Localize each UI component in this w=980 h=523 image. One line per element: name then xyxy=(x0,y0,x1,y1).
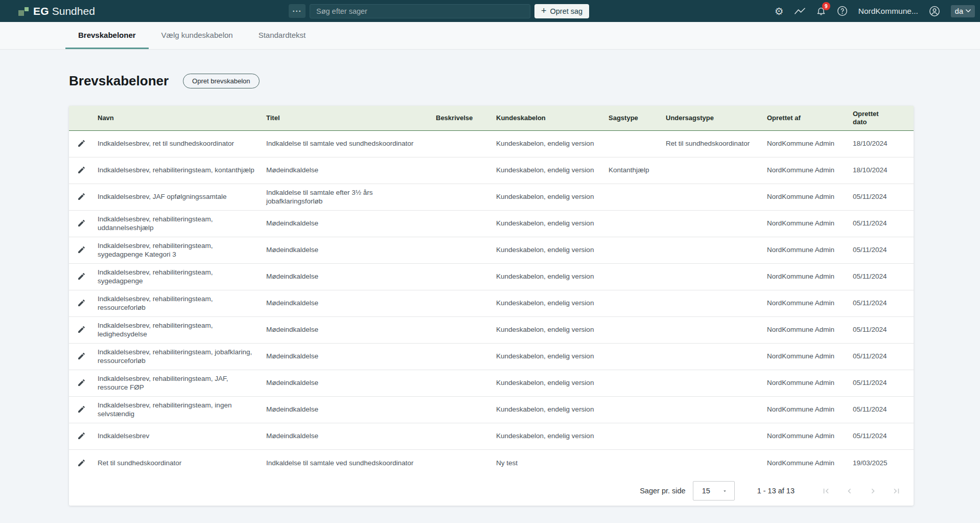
create-template-button[interactable]: Opret brevskabelon xyxy=(183,74,259,88)
pager-controls xyxy=(821,486,901,496)
pagination-first-button[interactable] xyxy=(821,486,831,496)
cell-oprettet-af: NordKommune Admin xyxy=(763,396,849,423)
column-oprettet-af: Oprettet af xyxy=(763,106,849,130)
cell-oprettet-dato: 18/10/2024 xyxy=(849,157,914,184)
edit-button[interactable] xyxy=(75,376,88,389)
activity-button[interactable] xyxy=(795,7,805,15)
edit-button[interactable] xyxy=(75,190,88,203)
organization-name[interactable]: NordKommune... xyxy=(858,7,918,16)
edit-button[interactable] xyxy=(75,217,88,230)
search-input[interactable] xyxy=(310,4,530,18)
cell-undersagstype xyxy=(662,343,763,370)
cell-oprettet-af: NordKommune Admin xyxy=(763,263,849,290)
cell-oprettet-af: NordKommune Admin xyxy=(763,237,849,263)
cell-oprettet-dato: 05/11/2024 xyxy=(849,396,914,423)
column-beskrivelse: Beskrivelse xyxy=(432,106,492,130)
table-row[interactable]: Ret til sundhedskoordinator Indkaldelse … xyxy=(69,449,914,476)
cell-beskrivelse xyxy=(432,316,492,343)
edit-button[interactable] xyxy=(75,270,88,283)
top-header: EG Sundhed ··· + Opret sag ⚙ 9 NordKommu… xyxy=(0,0,980,22)
pencil-icon xyxy=(77,139,86,148)
per-page-select[interactable]: 15 xyxy=(693,481,735,501)
cell-oprettet-af: NordKommune Admin xyxy=(763,423,849,449)
notifications-button[interactable]: 9 xyxy=(816,6,826,16)
cell-titel: Mødeindkaldelse xyxy=(262,316,432,343)
app-logo[interactable]: EG Sundhed xyxy=(18,0,95,22)
cell-titel: Mødeindkaldelse xyxy=(262,343,432,370)
tab-brevskabeloner[interactable]: Brevskabeloner xyxy=(65,22,149,49)
settings-button[interactable]: ⚙ xyxy=(775,6,784,16)
cell-sagstype xyxy=(604,184,662,210)
chevron-right-icon xyxy=(868,486,878,496)
cell-beskrivelse xyxy=(432,263,492,290)
table-row[interactable]: Indkaldelsesbrev, JAF opfølgningssamtale… xyxy=(69,184,914,210)
select-caret-icon xyxy=(722,488,728,494)
cell-titel: Mødeindkaldelse xyxy=(262,396,432,423)
cell-oprettet-af: NordKommune Admin xyxy=(763,157,849,184)
cell-oprettet-dato: 05/11/2024 xyxy=(849,370,914,396)
cell-kundeskabelon: Kundeskabelon, endelig version xyxy=(492,157,604,184)
account-button[interactable] xyxy=(929,6,940,17)
tab-standardtekst[interactable]: Standardtekst xyxy=(246,22,319,49)
table-row[interactable]: Indkaldelsesbrev, rehabiliteringsteam, J… xyxy=(69,370,914,396)
cell-sagstype xyxy=(604,396,662,423)
table-row[interactable]: Indkaldelsesbrev, rehabiliteringsteam, k… xyxy=(69,157,914,184)
per-page-value: 15 xyxy=(702,487,710,495)
table-row[interactable]: Indkaldelsesbrev, ret til sundhedskoordi… xyxy=(69,130,914,157)
cell-oprettet-af: NordKommune Admin xyxy=(763,130,849,157)
table-row[interactable]: Indkaldelsesbrev, rehabiliteringsteam, s… xyxy=(69,263,914,290)
cell-oprettet-af: NordKommune Admin xyxy=(763,290,849,316)
cell-titel: Mødeindkaldelse xyxy=(262,423,432,449)
cell-sagstype xyxy=(604,343,662,370)
edit-button[interactable] xyxy=(75,297,88,309)
column-edit xyxy=(69,106,94,130)
table-row[interactable]: Indkaldelsesbrev, rehabiliteringsteam, s… xyxy=(69,237,914,263)
cell-beskrivelse xyxy=(432,184,492,210)
tab-vaelg-kundeskabelon[interactable]: Vælg kundeskabelon xyxy=(149,22,246,49)
pagination-last-button[interactable] xyxy=(892,486,901,496)
cell-kundeskabelon: Kundeskabelon, endelig version xyxy=(492,396,604,423)
more-options-button[interactable]: ··· xyxy=(289,4,306,18)
cell-oprettet-af: NordKommune Admin xyxy=(763,343,849,370)
chevron-left-icon xyxy=(845,486,854,496)
cell-oprettet-dato: 05/11/2024 xyxy=(849,263,914,290)
edit-button[interactable] xyxy=(75,350,88,362)
cell-sagstype xyxy=(604,316,662,343)
language-selector[interactable]: da xyxy=(951,5,975,17)
table-row[interactable]: Indkaldelsesbrev, rehabiliteringsteam, l… xyxy=(69,316,914,343)
cell-undersagstype xyxy=(662,184,763,210)
cell-sagstype xyxy=(604,130,662,157)
edit-button[interactable] xyxy=(75,403,88,416)
cell-oprettet-dato: 19/03/2025 xyxy=(849,449,914,476)
edit-button[interactable] xyxy=(75,243,88,256)
table-row[interactable]: Indkaldelsesbrev, rehabiliteringsteam, j… xyxy=(69,343,914,370)
brand-name: EG xyxy=(33,5,49,17)
pagination-previous-button[interactable] xyxy=(845,486,854,496)
edit-button[interactable] xyxy=(75,164,88,176)
create-case-button[interactable]: + Opret sag xyxy=(534,4,589,18)
edit-button[interactable] xyxy=(75,429,88,442)
table-row[interactable]: Indkaldelsesbrev, rehabiliteringsteam, u… xyxy=(69,210,914,237)
table-row[interactable]: Indkaldelsesbrev Mødeindkaldelse Kundesk… xyxy=(69,423,914,449)
table-body: Indkaldelsesbrev, ret til sundhedskoordi… xyxy=(69,130,914,476)
pencil-icon xyxy=(77,378,86,387)
cell-navn: Indkaldelsesbrev, rehabiliteringsteam, k… xyxy=(94,157,262,184)
eg-logo-icon xyxy=(18,5,29,17)
language-value: da xyxy=(955,7,963,15)
edit-button[interactable] xyxy=(75,457,88,469)
help-button[interactable] xyxy=(837,6,848,16)
cell-undersagstype: Ret til sundhedskoordinator xyxy=(662,130,763,157)
edit-button[interactable] xyxy=(75,323,88,336)
table-row[interactable]: Indkaldelsesbrev, rehabiliteringsteam, i… xyxy=(69,396,914,423)
cell-kundeskabelon: Ny test xyxy=(492,449,604,476)
cell-kundeskabelon: Kundeskabelon, endelig version xyxy=(492,290,604,316)
cell-kundeskabelon: Kundeskabelon, endelig version xyxy=(492,263,604,290)
create-case-label: Opret sag xyxy=(550,7,583,15)
edit-button[interactable] xyxy=(75,137,88,150)
cell-kundeskabelon: Kundeskabelon, endelig version xyxy=(492,130,604,157)
pagination-next-button[interactable] xyxy=(868,486,878,496)
gear-icon: ⚙ xyxy=(775,6,784,16)
table-row[interactable]: Indkaldelsesbrev, rehabiliteringsteam, r… xyxy=(69,290,914,316)
main-content: Brevskabeloner Opret brevskabelon Navn T… xyxy=(0,73,980,506)
cell-oprettet-af: NordKommune Admin xyxy=(763,316,849,343)
